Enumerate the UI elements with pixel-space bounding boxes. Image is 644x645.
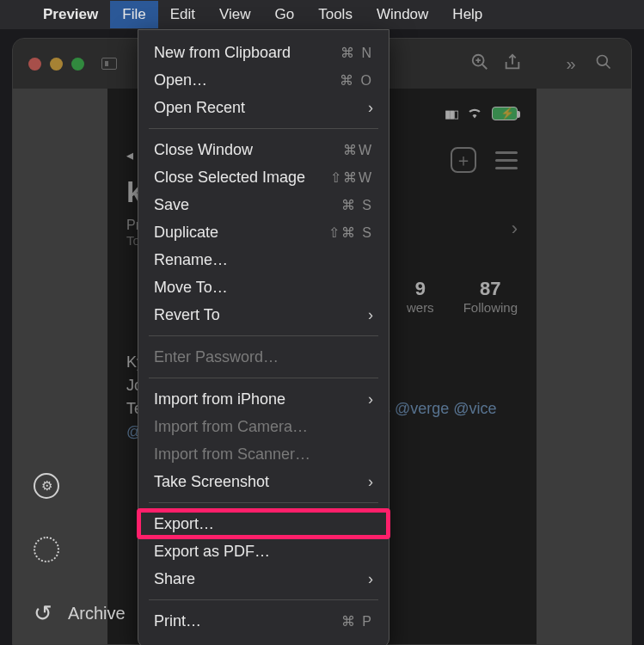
menu-shortcut: ⌘ N [340,45,373,61]
menubar-view[interactable]: View [207,1,263,28]
menu-item-label: Duplicate [154,224,218,242]
menu-item-label: Print… [154,612,201,630]
chevron-right-icon[interactable]: › [512,218,518,240]
submenu-chevron-icon: › [368,473,373,491]
menu-item-label: Enter Password… [154,348,279,366]
minimize-window-button[interactable] [50,58,63,71]
menu-shortcut: ⇧⌘ S [328,224,373,241]
traffic-lights [28,58,84,71]
followers-count: 9 [407,278,434,300]
following-count: 87 [463,278,518,300]
overflow-chevrons-icon[interactable]: » [559,54,583,74]
following-label: Following [463,300,518,315]
menubar-help[interactable]: Help [440,1,494,28]
menu-item-label: Import from Camera… [154,418,308,436]
menubar-file[interactable]: File [110,1,157,28]
submenu-chevron-icon: › [368,390,373,408]
menu-shortcut: ⌘ P [341,613,373,630]
menu-item-label: Move To… [154,279,228,297]
menu-item-label: Save [154,196,189,214]
menubar-edit[interactable]: Edit [158,1,207,28]
menu-item-open-recent[interactable]: Open Recent› [138,94,389,121]
right-gutter [537,89,631,644]
menu-item-label: Close Selected Image [154,169,305,187]
hamburger-menu-icon[interactable] [495,151,518,169]
menu-item-label: New from Clipboard [154,44,291,62]
menu-item-revert-to[interactable]: Revert To› [138,301,389,329]
menu-item-label: Take Screenshot [154,473,269,491]
svg-point-4 [598,55,608,65]
menu-item-duplicate[interactable]: Duplicate⇧⌘ S [138,218,389,246]
wifi-icon [466,105,483,123]
svg-line-1 [482,64,488,69]
history-clock-icon[interactable] [34,537,59,562]
menu-item-open[interactable]: Open…⌘ O [138,66,389,94]
menu-item-move-to[interactable]: Move To… [138,273,389,301]
menu-item-import-from-scanner: Import from Scanner… [138,440,389,468]
menu-shortcut: ⇧⌘W [330,169,373,186]
file-menu-dropdown: New from Clipboard⌘ NOpen…⌘ OOpen Recent… [138,29,389,645]
menu-separator [149,378,378,378]
search-icon[interactable] [592,53,616,75]
menu-item-label: Export as PDF… [154,543,270,561]
menu-item-label: Revert To [154,306,220,324]
menu-shortcut: ⌘ S [341,197,373,213]
menu-separator [149,128,378,129]
menu-item-export[interactable]: Export… [138,510,389,538]
menubar-tools[interactable]: Tools [306,1,365,28]
macos-menubar: Preview File Edit View Go Tools Window H… [0,0,644,29]
menu-item-label: Import from iPhone [154,390,285,408]
menu-separator [149,335,378,336]
profile-stats: 9wers 87Following [407,278,518,315]
add-post-icon[interactable]: ＋ [451,147,476,173]
menu-item-label: Rename… [154,251,228,269]
submenu-chevron-icon: › [368,570,373,588]
menu-item-share[interactable]: Share› [138,565,389,593]
followers-label: wers [407,300,434,315]
battery-charging-icon: ⚡ [492,107,518,120]
menu-separator [149,502,378,503]
share-icon[interactable] [500,52,524,76]
menu-item-print[interactable]: Print…⌘ P [138,607,389,635]
menu-item-export-as-pdf[interactable]: Export as PDF… [138,538,389,565]
menubar-go[interactable]: Go [263,1,307,28]
zoom-in-icon[interactable] [468,52,492,76]
menu-item-rename[interactable]: Rename… [138,246,389,273]
close-window-button[interactable] [28,58,41,71]
archive-label[interactable]: Archive [68,604,126,624]
menu-item-label: Export… [154,515,214,533]
svg-line-5 [606,64,610,68]
menu-item-close-window[interactable]: Close Window⌘W [138,136,389,163]
settings-gear-icon[interactable]: ⚙ [34,473,59,499]
submenu-chevron-icon: › [368,306,373,324]
sidebar-toggle-icon[interactable] [101,58,117,70]
menu-item-label: Open… [154,71,207,89]
menu-item-new-from-clipboard[interactable]: New from Clipboard⌘ N [138,39,389,66]
fullscreen-window-button[interactable] [71,58,84,71]
menu-shortcut: ⌘ O [340,72,373,89]
archive-undo-icon[interactable]: ↺ [34,600,52,627]
bio-mentions[interactable]: ds @verge @vice [374,400,497,417]
menubar-window[interactable]: Window [365,1,440,28]
menu-item-save[interactable]: Save⌘ S [138,191,389,218]
menu-item-import-from-camera: Import from Camera… [138,413,389,440]
menu-item-close-selected-image[interactable]: Close Selected Image⇧⌘W [138,163,389,191]
submenu-chevron-icon: › [368,99,373,117]
menu-item-label: Share [154,570,195,588]
menu-item-label: Close Window [154,141,253,159]
cellular-signal-icon [445,106,457,121]
menu-shortcut: ⌘W [343,142,373,158]
menu-item-label: Import from Scanner… [154,445,310,464]
menu-separator [149,599,378,600]
menu-item-import-from-iphone[interactable]: Import from iPhone› [138,385,389,413]
menu-item-label: Open Recent [154,99,245,117]
menu-item-enter-password: Enter Password… [138,343,389,371]
menubar-app-name[interactable]: Preview [31,1,110,28]
menu-item-take-screenshot[interactable]: Take Screenshot› [138,468,389,495]
sidebar-bottom-icons: ⚙ ↺ Archive [34,473,126,627]
